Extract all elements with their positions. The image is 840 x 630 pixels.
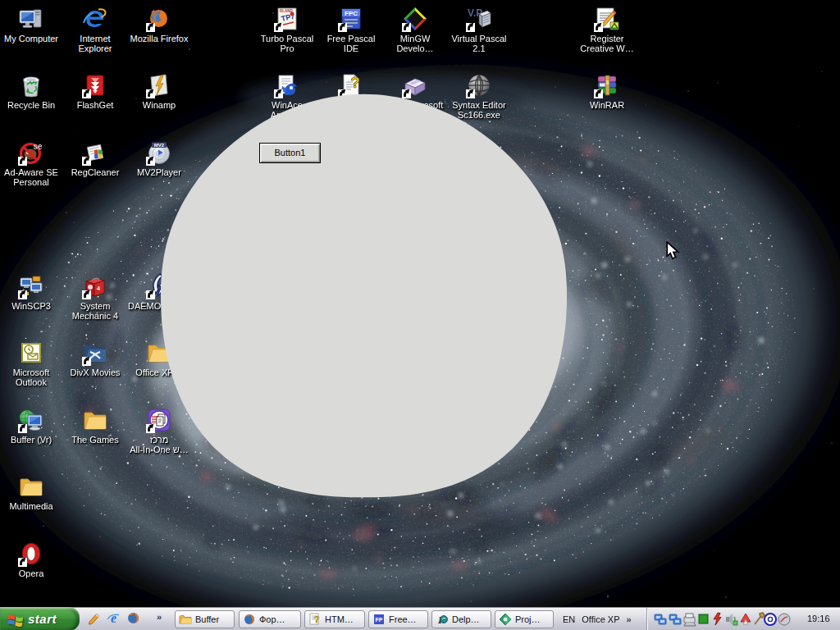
svg-text:FP: FP [376, 617, 383, 623]
svg-text:e: e [111, 611, 116, 625]
svg-text:?: ? [314, 614, 320, 624]
